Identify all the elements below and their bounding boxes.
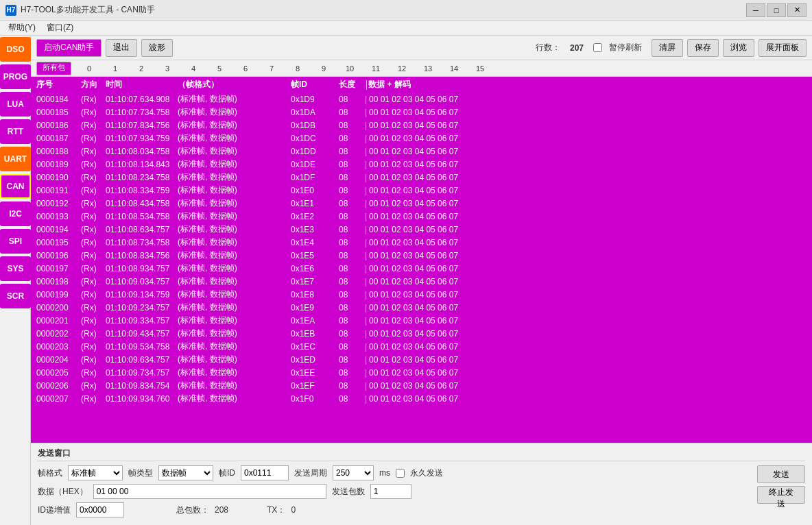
sidebar-item-dso[interactable]: DSO [0, 37, 31, 62]
row-format: (标准帧, 数据帧) [178, 236, 291, 248]
sidebar-item-prog[interactable]: PROG [0, 64, 31, 89]
row-len: 08 [339, 329, 365, 339]
row-len: 08 [339, 342, 365, 352]
wave-button[interactable]: 波形 [141, 39, 173, 57]
row-id: 0x1D9 [291, 95, 339, 104]
row-format: (标准帧, 数据帧) [178, 289, 291, 300]
id-increment-label: ID递增值 [38, 504, 71, 516]
data-table[interactable]: 0000184 (Rx) 01:10:07.634.908 (标准帧, 数据帧)… [31, 93, 812, 443]
col-num-6: 6 [233, 64, 258, 73]
row-seq: 0000196 [36, 251, 81, 260]
frame-id-label: 帧ID [219, 467, 235, 479]
row-data: 00 01 02 03 04 05 06 07 [369, 238, 807, 247]
header-len: 长度 [339, 79, 365, 90]
sidebar-item-scr[interactable]: SCR [0, 284, 31, 308]
row-format: (标准帧, 数据帧) [178, 328, 291, 339]
start-can-button[interactable]: 启动CAN助手 [36, 39, 102, 57]
row-data: 00 01 02 03 04 05 06 07 [369, 147, 807, 156]
row-seq: 0000207 [36, 394, 81, 404]
row-id: 0x1E4 [291, 238, 339, 247]
row-format: (标准帧, 数据帧) [178, 393, 291, 404]
sidebar-item-lua[interactable]: LUA [0, 92, 31, 117]
table-row: 0000206 (Rx) 01:10:09.834.754 (标准帧, 数据帧)… [31, 379, 812, 392]
row-time: 01:10:09.734.757 [106, 368, 178, 378]
row-time: 01:10:09.034.757 [106, 277, 178, 286]
row-len: 08 [339, 264, 365, 273]
forever-send-checkbox[interactable] [396, 469, 405, 478]
row-time: 01:10:08.934.757 [106, 264, 178, 273]
row-format: (标准帧, 数据帧) [178, 158, 291, 170]
data-hex-input[interactable] [93, 484, 326, 499]
row-seq: 0000204 [36, 355, 81, 365]
row-seq: 0000188 [36, 147, 81, 156]
row-len: 08 [339, 147, 365, 156]
sidebar-item-i2c[interactable]: I2C [0, 202, 31, 226]
maximize-button[interactable]: □ [767, 3, 786, 17]
save-button[interactable]: 保存 [687, 39, 719, 57]
browse-button[interactable]: 浏览 [723, 39, 754, 57]
row-data: 00 01 02 03 04 05 06 07 [369, 134, 807, 143]
row-len: 08 [339, 121, 365, 130]
row-len: 08 [339, 303, 365, 313]
row-time: 01:10:08.834.756 [106, 251, 178, 260]
sidebar-item-sys[interactable]: SYS [0, 256, 31, 281]
row-format: (标准帧, 数据帧) [178, 341, 291, 352]
toolbar: 启动CAN助手 退出 波形 行数： 207 暂停刷新 清屏 保存 浏览 展开面板 [31, 36, 812, 60]
row-len: 08 [339, 225, 365, 234]
row-seq: 0000185 [36, 108, 81, 117]
close-button[interactable]: ✕ [787, 3, 807, 17]
sidebar-item-spi[interactable]: SPI [0, 229, 31, 254]
row-format: (标准帧, 数据帧) [178, 354, 291, 365]
header-time: 时间 [106, 79, 178, 90]
total-packets-value: 208 [215, 505, 228, 515]
menu-window[interactable]: 窗口(Z) [41, 21, 79, 35]
row-dir: (Rx) [81, 394, 106, 404]
window-controls: ─ □ ✕ [746, 3, 807, 17]
row-format: (标准帧, 数据帧) [178, 249, 291, 261]
table-row: 0000191 (Rx) 01:10:08.334.759 (标准帧, 数据帧)… [31, 184, 812, 197]
sidebar-item-can[interactable]: CAN [0, 174, 31, 199]
row-len: 08 [339, 368, 365, 378]
send-count-input[interactable] [370, 484, 411, 499]
row-len: 08 [339, 238, 365, 247]
sidebar: DSO PROG LUA RTT UART CAN I2C SPI SYS SC… [0, 36, 31, 525]
clear-button[interactable]: 清屏 [652, 39, 683, 57]
table-row: 0000190 (Rx) 01:10:08.234.758 (标准帧, 数据帧)… [31, 171, 812, 184]
col-num-1: 1 [103, 64, 128, 73]
row-data: 00 01 02 03 04 05 06 07 [369, 251, 807, 260]
row-time: 01:10:08.734.758 [106, 238, 178, 247]
sidebar-item-uart[interactable]: UART [0, 147, 31, 171]
row-id: 0x1EE [291, 368, 339, 378]
col-num-5: 5 [207, 64, 232, 73]
ms-label: ms [379, 468, 390, 478]
row-time: 01:10:08.534.758 [106, 212, 178, 221]
row-format: (标准帧, 数据帧) [178, 171, 291, 183]
table-row: 0000202 (Rx) 01:10:09.434.757 (标准帧, 数据帧)… [31, 327, 812, 340]
row-dir: (Rx) [81, 121, 106, 130]
frame-type-select[interactable]: 数据帧 [158, 465, 213, 480]
expand-button[interactable]: 展开面板 [759, 39, 807, 57]
pause-checkbox[interactable] [593, 43, 602, 52]
row-seq: 0000197 [36, 264, 81, 273]
menu-help[interactable]: 帮助(Y) [3, 21, 41, 35]
exit-button[interactable]: 退出 [106, 39, 137, 57]
row-len: 08 [339, 394, 365, 404]
sidebar-item-rtt[interactable]: RTT [0, 119, 31, 144]
row-id: 0x1EF [291, 381, 339, 391]
row-seq: 0000195 [36, 238, 81, 247]
frame-format-select[interactable]: 标准帧 [68, 465, 123, 480]
row-id: 0x1E6 [291, 264, 339, 273]
minimize-button[interactable]: ─ [746, 3, 765, 17]
row-seq: 0000192 [36, 199, 81, 208]
send-count-label: 发送包数 [332, 486, 365, 498]
row-len: 08 [339, 381, 365, 391]
id-increment-input[interactable] [76, 502, 124, 517]
filter-all-tab[interactable]: 所有包 [36, 62, 71, 75]
row-id: 0x1E0 [291, 186, 339, 195]
send-period-select[interactable]: 250 [333, 465, 374, 480]
send-button[interactable]: 发送 [757, 465, 805, 483]
send-buttons: 发送 终止发送 [757, 465, 805, 521]
table-row: 0000207 (Rx) 01:10:09.934.760 (标准帧, 数据帧)… [31, 392, 812, 405]
stop-send-button[interactable]: 终止发送 [757, 486, 805, 504]
frame-id-input[interactable] [241, 465, 289, 480]
